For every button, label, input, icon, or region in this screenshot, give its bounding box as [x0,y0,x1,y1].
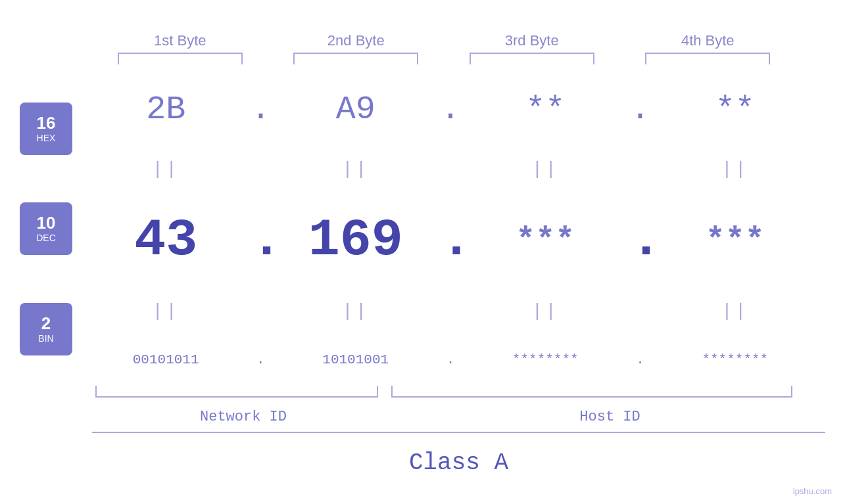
byte1-label: 1st Byte [118,32,243,49]
hex-b4: ** [673,91,798,128]
value-columns: 2B . A9 . ** . ** || || || || 43 [92,72,822,386]
hex-b3: ** [483,91,608,128]
hex-dot3: . [631,91,650,128]
bin-dot1: . [251,352,270,367]
eq2-b4: || [673,301,798,321]
bracket-byte4 [645,53,770,64]
dec-badge-label: DEC [36,233,56,243]
dec-b1: 43 [103,210,228,270]
data-area: 16 HEX 10 DEC 2 BIN 2B . A9 . ** . ** [0,72,845,386]
dec-dot3: . [631,210,650,270]
eq1-b4: || [673,159,798,179]
bin-dot2: . [441,352,460,367]
eq1-b2: || [293,159,418,179]
network-id-label: Network ID [92,409,395,432]
dec-b4: *** [673,221,798,259]
hex-b2: A9 [293,91,418,128]
bin-b1: 00101011 [103,352,228,367]
badge-column: 16 HEX 10 DEC 2 BIN [0,72,92,386]
footer-url: ipshu.com [793,486,832,496]
class-line [92,432,825,433]
byte4-label: 4th Byte [645,32,770,49]
bracket-byte2 [293,53,418,64]
bin-row: 00101011 . 10101001 . ******** . *******… [92,352,809,367]
eq2-b1: || [103,301,228,321]
main-container: 1st Byte 2nd Byte 3rd Byte 4th Byte 16 H… [0,0,845,504]
equals-row-2: || || || || [92,301,809,321]
hex-badge: 16 HEX [20,103,72,155]
eq1-b3: || [483,159,608,179]
bin-b3: ******** [483,352,608,367]
class-label: Class A [409,440,508,476]
hex-badge-num: 16 [37,114,56,131]
id-labels-row: Network ID Host ID [0,405,845,432]
hex-row: 2B . A9 . ** . ** [92,91,809,128]
dec-b2: 169 [293,210,418,270]
host-id-label: Host ID [395,409,845,432]
bracket-byte1 [118,53,243,64]
bin-badge-label: BIN [38,333,53,344]
hex-dot2: . [441,91,460,128]
class-row: Class A [0,432,845,484]
eq1-b1: || [103,159,228,179]
equals-row-1: || || || || [92,159,809,179]
byte2-label: 2nd Byte [293,32,418,49]
bin-badge-num: 2 [41,315,51,332]
hex-dot1: . [251,91,270,128]
bin-b2: 10101001 [293,352,418,367]
eq2-b2: || [293,301,418,321]
header-row: 1st Byte 2nd Byte 3rd Byte 4th Byte [0,0,845,53]
bracket-network-id [95,386,378,398]
eq2-b3: || [483,301,608,321]
bracket-host-id [391,386,792,398]
bin-dot3: . [631,352,650,367]
dec-row: 43 . 169 . *** . *** [92,210,809,270]
dec-b3: *** [483,221,608,259]
dec-dot1: . [251,210,270,270]
byte3-label: 3rd Byte [470,32,594,49]
bin-badge: 2 BIN [20,303,72,355]
bracket-byte3 [470,53,594,64]
dec-badge: 10 DEC [20,202,72,255]
bin-b4: ******** [673,352,798,367]
hex-b1: 2B [103,91,228,128]
hex-badge-label: HEX [37,133,56,143]
dec-dot2: . [441,210,460,270]
dec-badge-num: 10 [37,214,56,231]
bottom-brackets-row [0,386,845,405]
top-brackets-row [0,53,845,72]
